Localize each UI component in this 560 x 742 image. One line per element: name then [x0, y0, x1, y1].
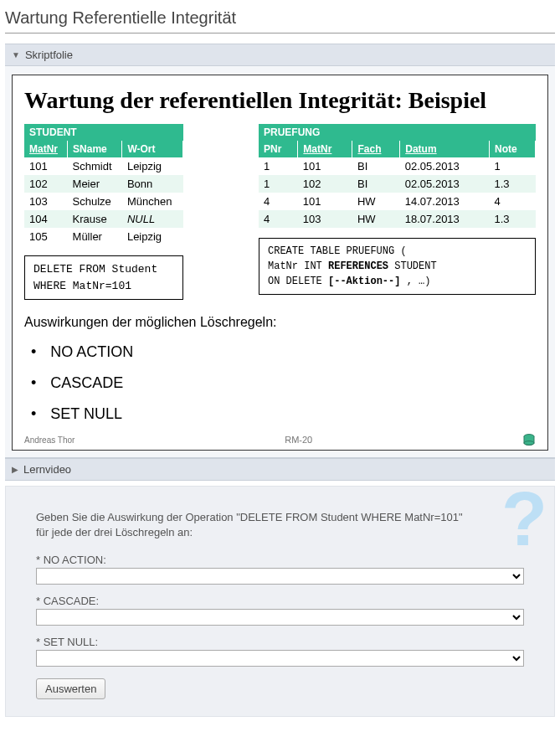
slide-title: Wartung der referentiellen Integrität: B…	[24, 87, 536, 114]
label-setnull: * SET NULL:	[36, 636, 524, 648]
table-row: 1102BI02.05.20131.3	[259, 175, 536, 193]
slide: Wartung der referentiellen Integrität: B…	[12, 75, 548, 451]
chevron-down-icon: ▼	[12, 50, 20, 59]
bullet-setnull: SET NULL	[31, 399, 536, 430]
student-caption: STUDENT	[24, 124, 183, 141]
student-table: STUDENT MatNr SName W-Ort 101SchmidtLeip…	[24, 124, 183, 245]
table-row: 102MeierBonn	[24, 175, 183, 193]
select-setnull[interactable]	[36, 650, 524, 667]
pruefung-caption: PRUEFUNG	[259, 124, 536, 141]
pruefung-th-matnr: MatNr	[298, 141, 352, 157]
label-noaction: * NO ACTION:	[36, 554, 524, 566]
chevron-right-icon: ▶	[12, 465, 18, 474]
pruefung-th-datum: Datum	[400, 141, 490, 157]
impact-heading: Auswirkungen der möglichen Löschregeln:	[24, 315, 536, 330]
bullet-cascade: CASCADE	[31, 368, 536, 399]
label-cascade: * CASCADE:	[36, 595, 524, 607]
student-th-wort: W-Ort	[122, 141, 183, 157]
pruefung-table: PRUEFUNG PNr MatNr Fach Datum Note 1101B…	[259, 124, 536, 228]
select-noaction[interactable]	[36, 568, 524, 585]
page-title: Wartung Referentielle Integrität	[5, 5, 555, 33]
question-mark-icon: ?	[501, 482, 547, 557]
bullet-list: NO ACTION CASCADE SET NULL	[24, 337, 536, 430]
table-row: 101SchmidtLeipzig	[24, 157, 183, 175]
evaluate-button[interactable]: Auswerten	[36, 678, 105, 699]
table-row: 104KrauseNULL	[24, 210, 183, 228]
table-row: 4101HW14.07.20134	[259, 193, 536, 210]
table-row: 105MüllerLeipzig	[24, 228, 183, 245]
table-row: 4103HW18.07.20131.3	[259, 210, 536, 228]
table-row: 103SchulzeMünchen	[24, 193, 183, 210]
student-th-sname: SName	[68, 141, 122, 157]
sql-delete-box: DELETE FROM Student WHERE MatNr=101	[24, 255, 183, 300]
sql-create-box: CREATE TABLE PRUEFUNG ( MatNr INT REFERE…	[259, 238, 536, 295]
panel-lernvideo-label: Lernvideo	[23, 463, 71, 476]
pruefung-th-pnr: PNr	[259, 141, 298, 157]
slide-page: RM-20	[74, 435, 522, 445]
select-cascade[interactable]	[36, 609, 524, 626]
panel-skriptfolie-header[interactable]: ▼ Skriptfolie	[5, 44, 555, 66]
panel-lernvideo-header[interactable]: ▶ Lernvideo	[5, 458, 555, 481]
student-th-matnr: MatNr	[24, 141, 68, 157]
exercise-box: ? Geben Sie die Auswirkung der Operation…	[5, 486, 555, 717]
panel-skriptfolie-label: Skriptfolie	[25, 49, 73, 61]
pruefung-th-note: Note	[490, 141, 536, 157]
pruefung-th-fach: Fach	[352, 141, 400, 157]
exercise-prompt: Geben Sie die Auswirkung der Operation "…	[36, 510, 471, 540]
slide-author: Andreas Thor	[24, 435, 74, 445]
database-icon	[522, 433, 536, 446]
bullet-noaction: NO ACTION	[31, 337, 536, 368]
table-row: 1101BI02.05.20131	[259, 157, 536, 175]
